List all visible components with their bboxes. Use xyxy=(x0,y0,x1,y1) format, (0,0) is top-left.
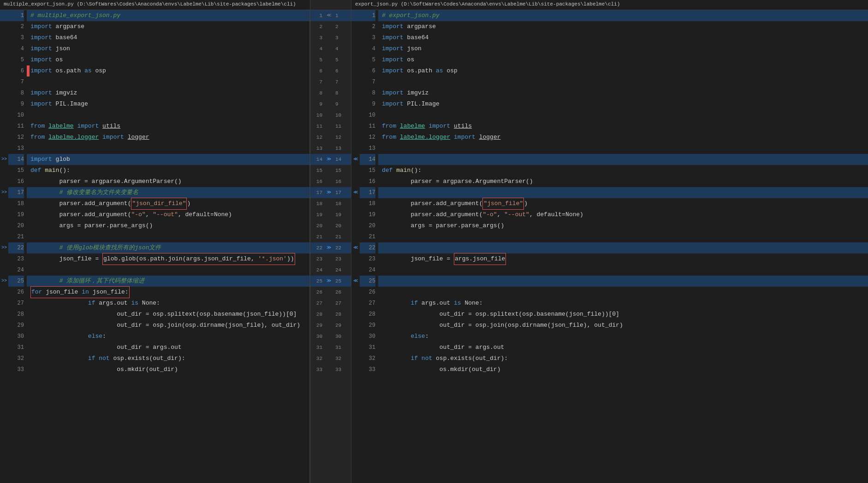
diff-32 xyxy=(0,353,8,364)
cg-4: 4 4 xyxy=(310,43,351,54)
ln-3: 3 xyxy=(8,32,24,43)
ln-28: 28 xyxy=(8,309,24,320)
cg-18: 18 18 xyxy=(310,198,351,209)
code-line-30: else: xyxy=(27,331,309,342)
code-line-22: # 使用glob模块查找所有的json文件 xyxy=(27,242,309,253)
rdiff-9 xyxy=(351,99,360,110)
rdiff-32 xyxy=(351,353,360,364)
code-line-19: parser.add_argument("-o", "--out", defau… xyxy=(27,209,309,220)
cg-2: 2 2 xyxy=(310,21,351,32)
ln-1: 1 xyxy=(8,10,24,21)
cg-25: 25 ≫ 25 xyxy=(310,276,351,287)
rdiff-25: ≪ xyxy=(351,276,360,287)
rln-26: 26 xyxy=(360,287,375,298)
rdiff-11 xyxy=(351,121,360,132)
diff-27 xyxy=(0,298,8,309)
rcode-7 xyxy=(378,77,868,88)
right-editor[interactable]: ≪ ≪ ≪ ≪ xyxy=(351,10,868,483)
code-line-7 xyxy=(27,77,309,88)
cg-24: 24 24 xyxy=(310,265,351,276)
rln-24: 24 xyxy=(360,265,375,276)
rcode-28: out_dir = osp.splitext(osp.basename(json… xyxy=(378,309,868,320)
rdiff-23 xyxy=(351,253,360,265)
cg-12: 12 12 xyxy=(310,132,351,143)
code-line-9: import PIL.Image xyxy=(27,99,309,110)
rcode-30: else: xyxy=(378,331,868,342)
diff-15 xyxy=(0,165,8,176)
rcode-6: import os.path as osp xyxy=(378,65,868,77)
rdiff-26 xyxy=(351,287,360,298)
rcode-27: if args.out is None: xyxy=(378,298,868,309)
code-line-27: if args.out is None: xyxy=(27,298,309,309)
rln-14: 14 xyxy=(360,154,375,165)
rln-1: 1 xyxy=(360,10,375,21)
code-line-25: # 添加循环，其下代码整体缩进 xyxy=(27,276,309,287)
rcode-26 xyxy=(378,287,868,298)
rdiff-21 xyxy=(351,231,360,242)
rcode-13 xyxy=(378,143,868,154)
rdiff-33 xyxy=(351,364,360,375)
code-line-13 xyxy=(27,143,309,154)
ln-8: 8 xyxy=(8,88,24,99)
diff-33 xyxy=(0,364,8,375)
code-line-32: if not osp.exists(out_dir): xyxy=(27,353,309,364)
code-line-21 xyxy=(27,231,309,242)
code-line-12: from labelme.logger import logger xyxy=(27,132,309,143)
ln-25: 25 xyxy=(8,276,24,287)
l1-comment: # multiple_export_json.py xyxy=(30,10,120,21)
ln-15: 15 xyxy=(8,165,24,176)
rln-5: 5 xyxy=(360,54,375,65)
cg-29: 29 29 xyxy=(310,320,351,331)
code-line-6: import os.path as osp xyxy=(27,65,309,77)
rcode-21 xyxy=(378,231,868,242)
code-line-23: json_file = glob.glob(os.path.join(args.… xyxy=(27,253,309,265)
rdiff-10 xyxy=(351,110,360,121)
left-editor[interactable]: >> >> >> >> xyxy=(0,10,310,483)
ln-32: 32 xyxy=(8,353,24,364)
cg-30: 30 30 xyxy=(310,331,351,342)
editors-container: >> >> >> >> xyxy=(0,10,868,483)
diff-25: >> xyxy=(0,276,8,287)
cg-23: 23 23 xyxy=(310,253,351,265)
ln-6: 6 xyxy=(8,65,24,77)
right-code-lines: # export_json.py import argparse import … xyxy=(378,10,868,483)
diff-29 xyxy=(0,320,8,331)
rdiff-30 xyxy=(351,331,360,342)
rcode-18: parser.add_argument("json_file") xyxy=(378,198,868,209)
rcode-23: json_file = args.json_file xyxy=(378,253,868,265)
ln-7: 7 xyxy=(8,77,24,88)
rln-15: 15 xyxy=(360,165,375,176)
diff-8 xyxy=(0,88,8,99)
right-title-text: export_json.py (D:\SoftWares\Codes\Anaco… xyxy=(355,1,620,7)
diff-14: >> xyxy=(0,154,8,165)
diff-31 xyxy=(0,342,8,353)
code-line-14: import glob xyxy=(27,154,309,165)
cg-19: 19 19 xyxy=(310,209,351,220)
rcode-17 xyxy=(378,187,868,198)
cg-3: 3 3 xyxy=(310,32,351,43)
cg-8: 8 8 xyxy=(310,88,351,99)
code-line-17: # 修改变量名为文件夹变量名 xyxy=(27,187,309,198)
diff-11 xyxy=(0,121,8,132)
cg-28: 28 28 xyxy=(310,309,351,320)
diff-22: >> xyxy=(0,242,8,253)
code-line-18: parser.add_argument("json_dir_file") xyxy=(27,198,309,209)
ln-33: 33 xyxy=(8,364,24,375)
code-line-20: args = parser.parse_args() xyxy=(27,220,309,231)
main-container: multiple_export_json.py (D:\SoftWares\Co… xyxy=(0,0,868,483)
cg-27: 27 27 xyxy=(310,298,351,309)
rcode-25 xyxy=(378,276,868,287)
ln-10: 10 xyxy=(8,110,24,121)
diff-13 xyxy=(0,143,8,154)
rln-9: 9 xyxy=(360,99,375,110)
diff-18 xyxy=(0,198,8,209)
diff-9 xyxy=(0,99,8,110)
right-line-nums: 1 2 3 4 5 6 7 8 9 10 11 12 13 14 15 16 1 xyxy=(360,10,378,483)
left-code-lines: # multiple_export_json.py import argpars… xyxy=(27,10,309,483)
cg-11: 11 11 xyxy=(310,121,351,132)
ln-31: 31 xyxy=(8,342,24,353)
rdiff-1 xyxy=(351,10,360,21)
rcode-19: parser.add_argument("-o", "--out", defau… xyxy=(378,209,868,220)
rcode-16: parser = argparse.ArgumentParser() xyxy=(378,176,868,187)
title-bars: multiple_export_json.py (D:\SoftWares\Co… xyxy=(0,0,868,10)
